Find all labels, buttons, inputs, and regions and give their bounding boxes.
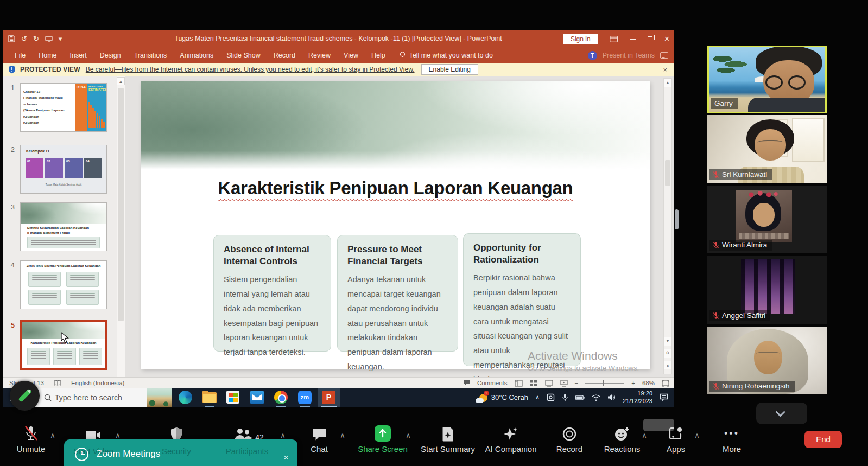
tray-app-icon[interactable] [547,393,555,401]
tab-file[interactable]: File [8,48,32,63]
participant-video-anggel[interactable]: Anggel Safitri [707,256,827,324]
chat-options-chevron[interactable]: ∧ [340,431,345,439]
zoom-app-icon[interactable]: zm [298,391,312,405]
unmute-button[interactable]: Unmute [0,425,64,454]
tray-date: 21/12/2023 [623,398,652,405]
participant-video-nining[interactable]: Nining Rohaeningsih [707,327,827,394]
tab-help[interactable]: Help [365,48,392,63]
ppt-content-area: ▲ 1 Chapter 12 Financial statement fraud… [3,76,674,377]
audio-options-chevron[interactable]: ∧ [50,431,55,439]
participant-video-garry[interactable]: Garry [707,46,827,113]
tray-speaker-icon[interactable] [607,394,616,401]
participant-name: Nining Rohaeningsih [722,382,790,390]
share-screen-button[interactable]: Share Screen [350,425,415,454]
tray-wifi-icon[interactable] [592,394,600,401]
tab-view[interactable]: View [337,48,365,63]
banner-close-icon[interactable]: × [663,66,667,74]
reading-view-icon[interactable] [545,380,553,387]
zoom-meeting-screen: ↺ ↻ ▾ Tugas Materi Presentasi financial … [0,0,868,466]
slide-header-watercolor [141,81,650,169]
tab-home[interactable]: Home [32,48,63,63]
windows-taskbar: Type here to search zm P 1 30°C Cerah ∧ [3,388,674,407]
ai-companion-button[interactable]: AI Companion [478,425,543,454]
enable-editing-button[interactable]: Enable Editing [421,64,478,75]
tab-record[interactable]: Record [267,48,302,63]
slide-thumbnail-3[interactable]: Definisi Kecurangan Laporan Keuangan (Fi… [20,202,107,251]
thumbnail-scroll-up-icon[interactable]: ▲ [117,77,125,85]
ppt-status-bar: Slide 5 of 13 English (Indonesia) Commen… [3,377,674,388]
zoom-out-icon[interactable]: − [575,380,579,386]
action-center-icon[interactable] [660,393,668,401]
tray-mic-icon[interactable] [562,393,568,401]
sign-in-button[interactable]: Sign in [563,34,598,44]
previous-slide-icon[interactable]: » [664,349,671,358]
participant-video-wiranti[interactable]: Wiranti Almira [707,186,827,253]
participants-options-chevron[interactable]: ∧ [280,431,286,439]
slideshow-view-icon[interactable] [560,380,568,387]
close-button[interactable]: × [664,35,669,42]
language-indicator[interactable]: English (Indonesia) [71,380,124,386]
video-options-chevron[interactable]: ∧ [115,431,121,439]
more-button[interactable]: ••• More [699,425,764,454]
tab-insert[interactable]: Insert [64,48,93,63]
tray-chevron-icon[interactable]: ∧ [535,394,540,401]
tab-animations[interactable]: Animations [173,48,220,63]
edge-icon[interactable] [179,391,193,405]
comments-flag-icon[interactable] [464,380,470,386]
minimize-button[interactable] [630,39,636,40]
fit-slide-icon[interactable] [662,380,669,387]
apps-button[interactable]: Apps [643,425,708,454]
slide-sorter-icon[interactable] [530,380,538,387]
tab-review[interactable]: Review [302,48,337,63]
zoom-slider-thumb[interactable] [603,380,604,386]
file-explorer-icon[interactable] [202,391,217,405]
zoom-percentage[interactable]: 68% [642,380,655,386]
chrome-icon[interactable] [274,391,288,405]
zoom-meetings-notification[interactable]: Zoom Meetings Start Video Security Parti… [64,439,297,466]
mail-icon[interactable] [250,391,264,405]
comments-button[interactable]: Comments [477,380,508,386]
slide-thumbnail-1[interactable]: Chapter 12 Financial statement fraud sch… [20,83,107,132]
clock-widget[interactable]: 19:20 21/12/2023 [623,390,652,405]
search-highlight-image[interactable] [147,388,172,407]
scroll-down-icon[interactable]: ▼ [664,337,671,346]
panel-resize-handle[interactable] [675,209,679,229]
thumbnail-scroll-thumb[interactable] [118,88,124,321]
accessibility-checker-icon[interactable] [54,380,61,386]
scroll-thumb[interactable] [665,160,670,186]
zoom-slider[interactable] [585,383,624,384]
tell-me-box[interactable]: Tell me what you want to do [400,52,493,59]
thumb1-text: Keuangan [23,120,71,126]
tab-design[interactable]: Design [93,48,128,63]
comments-icon[interactable] [660,52,668,59]
zoom-annotation-tool[interactable] [10,381,40,411]
activate-windows-watermark: Activate Windows [528,349,618,362]
slide-number: 4 [5,261,15,269]
present-in-teams-button[interactable]: Present in Teams [603,52,655,59]
notification-close-icon[interactable]: × [283,452,289,463]
tab-slideshow[interactable]: Slide Show [220,48,267,63]
powerpoint-taskbar-icon[interactable]: P [322,391,336,405]
muted-mic-icon [713,312,719,320]
restore-button[interactable] [648,36,652,41]
participant-video-sri[interactable]: Sri Kurniawati [707,115,827,183]
end-meeting-button[interactable]: End [804,431,842,448]
slide-scrollbar[interactable]: ▲ ▼ » » [663,78,672,374]
scroll-up-icon[interactable]: ▲ [664,79,671,87]
share-options-chevron[interactable]: ∧ [406,431,411,439]
start-summary-button[interactable]: Start Summary [415,425,480,454]
ribbon-display-options-icon[interactable] [610,36,618,42]
slide-thumbnail-2[interactable]: Kelompok 11 01 02 03 04 Tugas Mata Kulia… [20,145,107,194]
weather-widget[interactable]: 1 30°C Cerah [476,392,528,403]
next-slide-icon[interactable]: » [664,361,671,369]
zoom-in-icon[interactable]: + [631,380,635,386]
microsoft-store-icon[interactable] [226,391,240,405]
normal-view-icon[interactable] [515,380,523,387]
tray-battery-icon[interactable] [575,395,585,400]
tab-transitions[interactable]: Transitions [128,48,174,63]
taskbar-search[interactable]: Type here to search [35,388,172,407]
participants-scroll-down-button[interactable] [756,403,807,424]
thumb1-estimates-label: ESTIMATES [88,88,106,91]
slide-thumbnail-4[interactable]: Jenis-jenis Skema Penipuan Laporan Keuan… [20,260,107,309]
slide-thumbnail-5-selected[interactable]: Karakteristik Penipuan Laporan Keuangan [20,320,107,370]
